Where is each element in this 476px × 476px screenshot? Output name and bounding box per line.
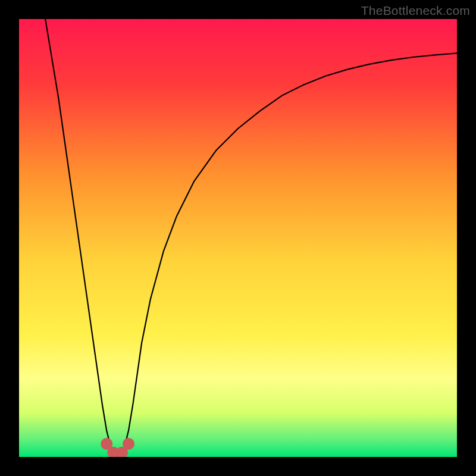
gradient-background — [19, 19, 457, 457]
plot-area — [19, 19, 457, 457]
watermark-text: TheBottleneck.com — [361, 4, 470, 18]
chart-svg — [19, 19, 457, 457]
chart-frame: TheBottleneck.com — [0, 0, 476, 476]
min-marker — [123, 438, 134, 450]
